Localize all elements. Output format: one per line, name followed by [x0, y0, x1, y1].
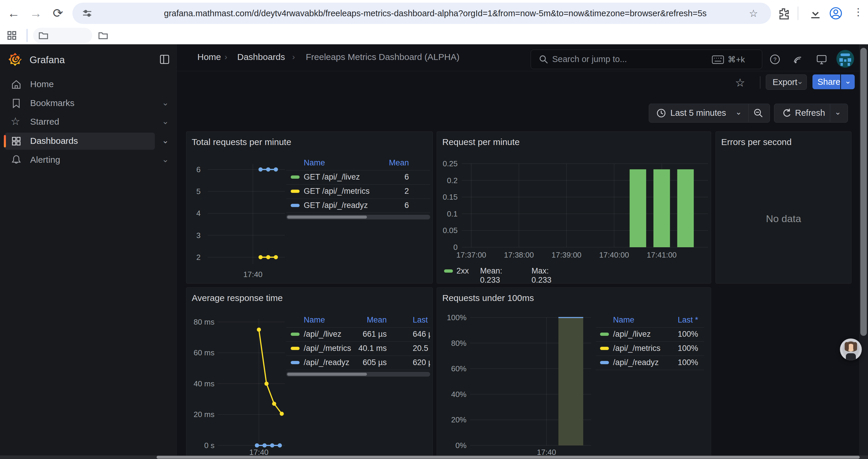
series-last: 620 µs — [413, 358, 430, 367]
browser-forward-icon[interactable]: → — [28, 5, 44, 22]
sidebar-item-label: Alerting — [30, 155, 60, 165]
breadcrumb-separator: › — [224, 52, 227, 62]
bookmarks-bar: Freeleaps 收藏博客 — [0, 27, 868, 44]
series-chip[interactable] — [600, 347, 609, 350]
sidebar-item-dashboards[interactable]: Dashboards ⌄ — [0, 132, 176, 150]
legend-series[interactable]: 2xx — [457, 266, 469, 275]
grafana-logo[interactable] — [8, 51, 22, 68]
monitor-icon[interactable] — [816, 54, 827, 65]
profile-icon[interactable] — [829, 6, 843, 20]
time-range-group: Last 5 minutes ⌄ — [649, 104, 770, 123]
svg-text:3: 3 — [196, 231, 200, 240]
horizontal-scrollbar[interactable] — [0, 455, 868, 459]
time-range-label[interactable]: Last 5 minutes — [670, 108, 726, 118]
column-header-mean[interactable]: Mean — [286, 158, 409, 167]
breadcrumb-dashboards[interactable]: Dashboards — [237, 52, 285, 62]
bookmark-icon — [12, 98, 21, 108]
svg-text:?: ? — [773, 57, 777, 63]
refresh-icon[interactable] — [781, 108, 792, 118]
column-header-last[interactable]: Last * — [413, 316, 430, 325]
table-scrollbar[interactable] — [286, 372, 430, 376]
series-mean: 605 µs — [325, 358, 387, 367]
series-chip[interactable] — [291, 347, 300, 350]
svg-text:0 s: 0 s — [204, 441, 215, 450]
series-last: 20.5 ms — [413, 344, 430, 353]
svg-text:17:40: 17:40 — [243, 270, 262, 279]
chevron-down-icon: ⌄ — [845, 76, 851, 86]
breadcrumb-home[interactable]: Home — [197, 52, 221, 62]
column-header-mean[interactable]: Mean — [325, 316, 387, 325]
bookmarks-divider — [27, 29, 28, 42]
chevron-down-icon[interactable]: ⌄ — [162, 117, 169, 126]
series-chip[interactable] — [600, 361, 609, 364]
scrollbar-thumb[interactable] — [157, 456, 860, 459]
panel-requests-under-100ms: Requests under 100ms 100%80%60%40%20%0%1… — [437, 287, 711, 459]
chevron-down-icon[interactable]: ⌄ — [162, 98, 169, 107]
dashboards-icon — [11, 136, 21, 146]
site-settings-icon[interactable] — [82, 8, 92, 19]
chevron-down-icon[interactable]: ⌄ — [162, 136, 169, 145]
chevron-down-icon[interactable]: ⌄ — [735, 107, 742, 117]
star-icon: ☆ — [11, 115, 20, 128]
svg-text:17:38:00: 17:38:00 — [504, 251, 534, 259]
table-scrollbar[interactable] — [286, 215, 430, 220]
news-rss-icon[interactable] — [793, 54, 803, 65]
svg-text:0.05: 0.05 — [442, 226, 458, 235]
toolbar-divider — [798, 6, 798, 20]
column-header-last[interactable]: Last * — [649, 316, 698, 325]
panel-title[interactable]: Errors per second — [721, 137, 792, 147]
downloads-icon[interactable] — [809, 7, 822, 20]
search-input[interactable]: Search or jump to... ⌘+k — [531, 50, 762, 69]
sidebar-collapse-icon[interactable] — [159, 54, 170, 65]
sidebar-item-label: Starred — [30, 117, 59, 127]
browser-toolbar: ← → ⟳ grafana.mathmast.com/d/deytv4rwava… — [0, 0, 868, 27]
series-mean: 6 — [286, 201, 409, 210]
extensions-icon[interactable] — [777, 7, 790, 20]
series-chip[interactable] — [600, 333, 609, 336]
share-button[interactable]: Share — [812, 74, 840, 89]
zoom-out-icon[interactable] — [753, 108, 764, 119]
actions-divider — [760, 76, 761, 89]
refresh-label[interactable]: Refresh — [795, 108, 825, 118]
browser-menu-icon[interactable]: ⋮ — [853, 6, 863, 18]
svg-text:60 ms: 60 ms — [193, 348, 215, 357]
series-name[interactable]: /api/_/livez — [613, 330, 651, 339]
scrollbar-thumb[interactable] — [860, 48, 867, 336]
svg-text:17:37:00: 17:37:00 — [457, 251, 486, 259]
sidebar-item-starred[interactable]: ☆ Starred ⌄ — [0, 113, 176, 131]
sidebar-item-alerting[interactable]: Alerting ⌄ — [0, 152, 176, 169]
series-last: 100% — [649, 344, 698, 353]
selected-item-bg — [5, 133, 155, 150]
share-dropdown-button[interactable]: ⌄ — [841, 74, 855, 89]
browser-back-icon[interactable]: ← — [5, 5, 22, 22]
column-header-name[interactable]: Name — [613, 316, 634, 325]
bookmark-star-icon[interactable]: ☆ — [749, 7, 758, 19]
sidebar-item-bookmarks[interactable]: Bookmarks ⌄ — [0, 95, 176, 112]
user-avatar[interactable] — [836, 50, 854, 68]
legend-table: Name Mean GET /api/_/livez 6 GET /api/_/… — [286, 158, 430, 220]
help-icon[interactable]: ? — [769, 54, 780, 65]
legend-table: Name Mean Last * /api/_/livez 661 µs 646… — [286, 315, 430, 378]
sidebar-item-home[interactable]: Home — [0, 76, 176, 93]
home-icon — [11, 79, 21, 90]
column-header-name[interactable]: Name — [304, 316, 325, 325]
svg-text:100%: 100% — [447, 313, 467, 322]
series-chip[interactable] — [444, 269, 453, 273]
share-label: Share — [817, 77, 840, 87]
export-button[interactable]: Export ⌄ — [766, 74, 807, 90]
chevron-down-icon[interactable]: ⌄ — [835, 107, 841, 117]
apps-grid-icon[interactable] — [6, 30, 17, 41]
series-chip[interactable] — [291, 361, 300, 364]
series-chip[interactable] — [291, 333, 300, 336]
favorite-star-icon[interactable]: ☆ — [735, 76, 745, 89]
vertical-scrollbar[interactable] — [859, 44, 868, 459]
address-bar[interactable]: grafana.mathmast.com/d/deytv4rwavabkb/fr… — [72, 3, 771, 24]
panel-request-per-minute: Request per minute 0.250.20.150.10.05017… — [437, 131, 711, 284]
browser-reload-icon[interactable]: ⟳ — [50, 5, 66, 22]
panel-total-requests: Total requests per minute 6543217:40 Nam… — [186, 131, 433, 284]
series-last: 646 µs — [413, 330, 430, 339]
chevron-down-icon[interactable]: ⌄ — [162, 155, 169, 164]
svg-text:17:39:00: 17:39:00 — [552, 251, 582, 259]
assistant-avatar[interactable] — [840, 338, 862, 360]
panel-errors-per-second: Errors per second No data — [716, 131, 851, 284]
